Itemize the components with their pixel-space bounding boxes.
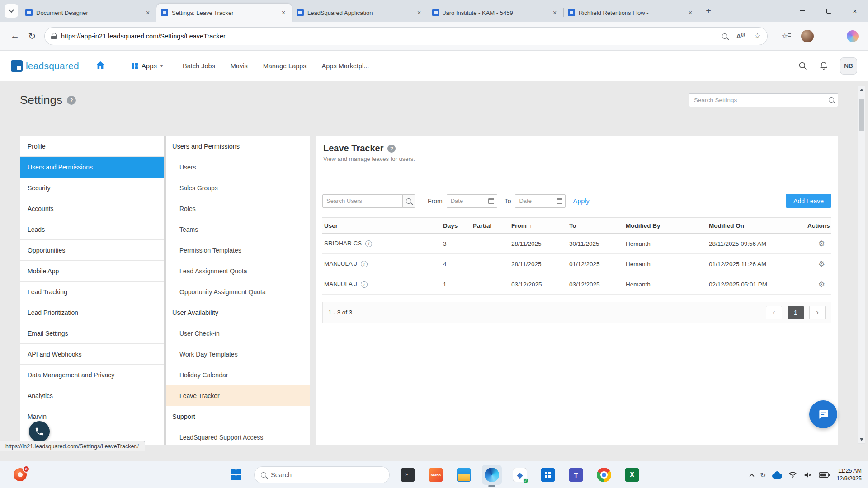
site-info-lock-icon[interactable] — [51, 33, 57, 39]
current-page[interactable]: 1 — [788, 306, 804, 319]
browser-tab[interactable]: Jaro Institute - KAM - 5459× — [428, 4, 563, 22]
browser-tab[interactable]: Document Designer× — [21, 4, 156, 22]
info-icon[interactable]: i — [365, 240, 372, 247]
profile-button[interactable] — [798, 28, 816, 45]
taskbar-clock[interactable]: 11:25 AM 12/9/2025 — [836, 467, 862, 483]
new-tab-button[interactable]: + — [702, 4, 715, 18]
sidebar-item[interactable]: Analytics — [20, 385, 164, 406]
maximize-button[interactable] — [816, 0, 842, 22]
tab-close-icon[interactable]: × — [144, 9, 152, 17]
calendar-icon[interactable] — [557, 198, 562, 204]
appbar-nav-item[interactable]: Apps Marketpl... — [322, 62, 369, 70]
apps-menu[interactable]: Apps ▾ — [132, 62, 163, 70]
subsidebar-item[interactable]: Sales Groups — [166, 178, 310, 198]
subsidebar-item[interactable]: Permission Templates — [166, 240, 310, 261]
volume-muted-icon[interactable] — [803, 471, 812, 479]
phone-fab-button[interactable] — [29, 421, 50, 442]
chrome-icon[interactable] — [594, 465, 614, 485]
sidebar-item[interactable]: Leads — [20, 219, 164, 240]
url-text[interactable]: https://app-in21.leadsquared.com/Setting… — [61, 33, 717, 40]
subsidebar-item[interactable]: Work Day Templates — [166, 344, 310, 365]
store-icon[interactable] — [538, 465, 558, 485]
tab-close-icon[interactable]: × — [686, 9, 694, 17]
column-header-partial[interactable]: Partial — [471, 218, 509, 234]
subsidebar-item[interactable]: LeadSquared Support Access — [166, 427, 310, 445]
checked-app-icon[interactable]: ◆✓ — [510, 465, 530, 485]
minimize-button[interactable] — [789, 0, 816, 22]
user-avatar[interactable]: NB — [840, 57, 857, 75]
add-leave-button[interactable]: Add Leave — [786, 194, 831, 208]
terminal-icon[interactable]: >_ — [398, 465, 418, 485]
search-icon[interactable] — [798, 61, 807, 70]
calendar-icon[interactable] — [488, 198, 494, 204]
page-scrollbar[interactable] — [858, 86, 865, 444]
tab-close-icon[interactable]: × — [279, 9, 288, 17]
sidebar-item[interactable]: Data Management and Privacy — [20, 365, 164, 385]
onedrive-cloud-icon[interactable] — [772, 474, 782, 479]
taskbar-notification[interactable]: 3 — [14, 468, 27, 481]
previous-page-button[interactable]: ‹ — [766, 306, 782, 319]
home-button[interactable] — [95, 61, 105, 71]
gear-icon[interactable]: ⚙ — [818, 280, 825, 289]
zoom-out-icon[interactable] — [722, 33, 727, 39]
address-bar[interactable]: https://app-in21.leadsquared.com/Setting… — [44, 27, 768, 45]
battery-icon[interactable] — [819, 472, 830, 478]
subsidebar-item[interactable]: Lead Assignment Quota — [166, 261, 310, 282]
subsidebar-item[interactable]: Users — [166, 157, 310, 178]
subsidebar-item[interactable]: User Check-in — [166, 323, 310, 344]
next-page-button[interactable]: › — [809, 306, 826, 319]
tab-close-icon[interactable]: × — [415, 9, 423, 17]
wifi-icon[interactable] — [788, 471, 797, 479]
search-icon[interactable] — [829, 97, 834, 103]
back-button[interactable]: ← — [6, 28, 24, 45]
sync-icon[interactable]: ↻ — [760, 471, 766, 479]
chat-widget-button[interactable] — [809, 400, 837, 428]
sidebar-item[interactable]: API and Webhooks — [20, 344, 164, 365]
subsidebar-item[interactable]: Opportunity Assignment Quota — [166, 282, 310, 302]
excel-icon[interactable]: X — [622, 465, 642, 485]
search-users-input[interactable] — [322, 194, 403, 208]
column-header-actions[interactable]: Actions — [806, 218, 831, 234]
notifications-bell-icon[interactable] — [819, 61, 828, 70]
sidebar-item[interactable]: Lead Tracking — [20, 282, 164, 302]
column-header-modified-on[interactable]: Modified On — [707, 218, 806, 234]
column-header-days[interactable]: Days — [441, 218, 471, 234]
search-settings-input[interactable] — [689, 93, 838, 107]
tab-close-icon[interactable]: × — [551, 9, 559, 17]
browser-menu-button[interactable]: … — [821, 28, 839, 45]
scrollbar-thumb[interactable] — [859, 99, 864, 131]
collections-button[interactable]: ☆ — [776, 28, 794, 45]
taskbar-search[interactable] — [254, 466, 390, 483]
taskbar-search-input[interactable] — [271, 471, 383, 479]
scroll-up-arrow[interactable] — [858, 86, 865, 94]
close-button[interactable]: × — [842, 0, 868, 22]
column-header-to[interactable]: To — [567, 218, 624, 234]
column-header-modified-by[interactable]: Modified By — [624, 218, 707, 234]
browser-tab[interactable]: Settings: Leave Tracker× — [156, 4, 292, 22]
info-icon[interactable]: i — [361, 261, 368, 267]
apply-link[interactable]: Apply — [573, 197, 589, 205]
browser-tab[interactable]: LeadSquared Application× — [292, 4, 428, 22]
help-icon[interactable]: ? — [67, 96, 76, 105]
sidebar-item[interactable]: Mobile App — [20, 261, 164, 282]
appbar-nav-item[interactable]: Manage Lapps — [263, 62, 307, 70]
subsidebar-item[interactable]: Leave Tracker — [166, 385, 310, 406]
tray-overflow-chevron-icon[interactable] — [749, 474, 754, 479]
sidebar-item[interactable]: Profile — [20, 136, 164, 157]
subsidebar-item[interactable]: Holiday Calendar — [166, 365, 310, 385]
gear-icon[interactable]: ⚙ — [818, 239, 825, 248]
help-icon[interactable]: ? — [387, 145, 396, 153]
appbar-nav-item[interactable]: Mavis — [231, 62, 248, 70]
sidebar-item[interactable]: Users and Permissions — [20, 157, 164, 178]
gear-icon[interactable]: ⚙ — [818, 260, 825, 268]
appbar-nav-item[interactable]: Batch Jobs — [183, 62, 215, 70]
sidebar-item[interactable]: Lead Prioritization — [20, 302, 164, 323]
leadsquared-logo[interactable]: leadsquared — [11, 60, 79, 72]
refresh-button[interactable]: ↻ — [24, 28, 41, 45]
info-icon[interactable]: i — [361, 281, 368, 288]
edge-icon[interactable] — [482, 465, 502, 485]
sidebar-item[interactable]: Accounts — [20, 198, 164, 219]
subsidebar-item[interactable]: Teams — [166, 219, 310, 240]
read-aloud-icon[interactable]: A))) — [736, 32, 745, 40]
scroll-down-arrow[interactable] — [858, 436, 865, 443]
